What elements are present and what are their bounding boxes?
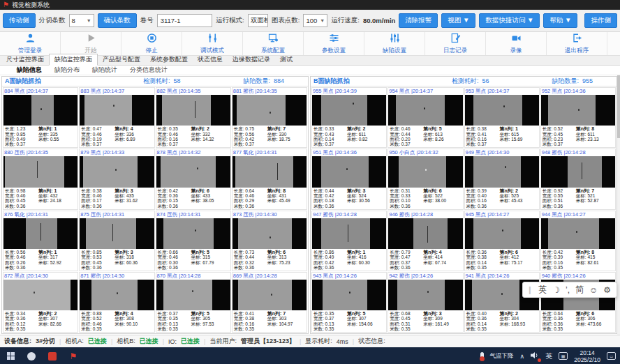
ime-drag-handle[interactable]: ❙: [526, 285, 533, 294]
tray-expand-chevron[interactable]: ∧: [520, 353, 525, 360]
defect-cell[interactable]: 870 黑点 |20:14:28长度: 0.37宽度: 0.35面积: 0.13…: [156, 272, 231, 333]
weather-text[interactable]: 气温下降: [490, 352, 514, 361]
toolbar-button-label: 日志记录: [443, 47, 467, 55]
defect-cell[interactable]: 879 黑点 |20:14:33长度: 0.38宽度: 0.46面积: 0.17…: [79, 149, 154, 209]
defect-cell[interactable]: 882 黑点 |20:14:35长度: 0.35宽度: 0.46面积: 0.16…: [156, 87, 231, 148]
defect-cell[interactable]: 881 擦伤 |20:14:35长度: 0.75宽度: 0.56面积: 0.42…: [232, 87, 307, 148]
defect-cell[interactable]: 880 压伤 |20:14:35长度: 0.98宽度: 0.46面积: 0.45…: [3, 149, 78, 209]
ime-settings-icon[interactable]: ⚙: [603, 285, 611, 295]
chart-points-select[interactable]: 100▼: [303, 14, 327, 27]
toolbar-button-play[interactable]: 开始: [61, 32, 121, 55]
drive-side-button[interactable]: 传动侧: [3, 13, 36, 28]
defect-cell[interactable]: 871 擦伤 |20:14:30长度: 0.88宽度: 0.52面积: 0.46…: [79, 272, 154, 333]
defect-cell[interactable]: 943 黑点 |20:14:26长度: 0.35宽度: 0.37面积: 0.13…: [311, 272, 387, 333]
defect-attr: 第n列: 1: [38, 250, 76, 255]
taskbar-clock[interactable]: 20:14 2025/2/10: [574, 349, 600, 363]
tab-3[interactable]: 系统参数配置: [145, 54, 193, 65]
defect-cell[interactable]: 953 黑点 |20:14:37长度: 0.38宽度: 0.41面积: 0.16…: [464, 87, 540, 148]
defect-cell[interactable]: 948 擦伤 |20:14:28长度: 0.92宽度: 0.55面积: 0.51…: [540, 149, 616, 209]
view-menu-button[interactable]: 视图 ▼: [441, 13, 475, 28]
toolbar-button-exit[interactable]: 退出程序: [547, 32, 607, 55]
tab-6[interactable]: 测试: [275, 54, 297, 65]
ime-keyboard-icon[interactable]: ▦: [559, 352, 568, 360]
defect-cell[interactable]: 950 小白点 |20:14:32长度: 0.31宽度: 0.33面积: 0.1…: [388, 149, 463, 209]
defect-info: 长度: 0.33宽度: 0.43面积: 0.14米数: 0.37第n列: 2坐标…: [312, 126, 386, 147]
defect-cell[interactable]: 878 黑点 |20:14:32长度: 0.42宽度: 0.36面积: 0.15…: [156, 149, 231, 209]
clear-alarm-button[interactable]: 清除报警: [399, 13, 438, 28]
defect-cell[interactable]: 955 黑点 |20:14:39长度: 0.33宽度: 0.43面积: 0.14…: [311, 87, 387, 148]
defect-attr: 长度: 0.73: [234, 250, 267, 255]
defect-cell[interactable]: 869 黑点 |20:14:28长度: 0.41宽度: 0.38面积: 0.16…: [232, 272, 307, 333]
tab-2[interactable]: 产品型号配置: [98, 54, 145, 65]
volume-icon[interactable]: [531, 351, 539, 361]
ime-punct[interactable]: ’,: [566, 285, 570, 295]
confirm-count-button[interactable]: 确认条数: [98, 13, 137, 28]
defect-cell[interactable]: 942 擦伤 |20:14:26长度: 0.68宽度: 0.45面积: 0.31…: [388, 272, 463, 333]
defect-attr: 坐标: 318: [115, 255, 152, 259]
defect-grid-a: 884 黑点 |20:14:37长度: 1.23宽度: 0.85面积: 0.49…: [2, 86, 308, 333]
ime-simplified[interactable]: 简: [575, 284, 584, 296]
ime-emoji-icon[interactable]: ☺: [589, 285, 598, 295]
ime-moon-icon[interactable]: ☽: [552, 285, 560, 295]
defect-cell[interactable]: 874 压伤 |20:14:31长度: 0.66宽度: 0.46面积: 0.30…: [156, 211, 231, 271]
subtab-0[interactable]: 缺陷信息: [17, 66, 42, 75]
defect-icon: [390, 33, 400, 46]
touch-keyboard-icon[interactable]: ▭: [607, 352, 616, 360]
taskbar-app-window[interactable]: [21, 347, 42, 364]
defect-cell[interactable]: 941 黑点 |20:14:26长度: 0.40宽度: 0.36面积: 0.14…: [464, 272, 540, 333]
defect-attr: 宽度: 0.85: [5, 132, 38, 137]
taskbar-app-red[interactable]: [42, 347, 63, 364]
defect-info: 长度: 0.66宽度: 0.46面积: 0.30米数: 0.36第n列: 5坐标…: [156, 249, 230, 271]
scrollbar[interactable]: [617, 75, 620, 335]
subtab-1[interactable]: 缺陷分布: [54, 66, 80, 75]
tab-0[interactable]: 尺寸监控界面: [1, 54, 49, 65]
toolbar-button-debug[interactable]: 调试模式: [182, 32, 243, 55]
scrollbar-thumb[interactable]: [617, 75, 620, 138]
defect-cell[interactable]: 884 黑点 |20:14:37长度: 1.23宽度: 0.85面积: 0.49…: [3, 87, 78, 148]
defect-cell[interactable]: 951 黑点 |20:14:36长度: 0.44宽度: 0.42面积: 0.18…: [311, 149, 387, 209]
toolbar-button-defect[interactable]: 缺陷设置: [364, 32, 425, 55]
data-quick-access-button[interactable]: 数据快捷访问 ▼: [479, 13, 540, 28]
defect-cell[interactable]: 954 黑点 |20:14:37长度: 0.46宽度: 0.44面积: 0.20…: [388, 87, 463, 148]
taskbar-app-inspect[interactable]: ⚑: [63, 347, 84, 364]
defect-cell[interactable]: 873 压伤 |20:14:30长度: 0.73宽度: 0.44面积: 0.32…: [232, 211, 307, 271]
subtab-3[interactable]: 分类信息统计: [130, 66, 168, 75]
toolbar-button-params[interactable]: 参数设置: [304, 32, 364, 55]
toolbar-button-user[interactable]: 管理登录: [0, 32, 61, 55]
operator-side-button[interactable]: 操作侧: [584, 13, 617, 28]
run-mode-select[interactable]: 双面检测▼: [248, 14, 268, 27]
defect-cell[interactable]: 945 黑点 |20:14:27长度: 0.36宽度: 0.38面积: 0.14…: [464, 211, 540, 271]
defect-cell[interactable]: 949 黑点 |20:14:30长度: 0.39宽度: 0.40面积: 0.16…: [464, 149, 540, 209]
help-menu-button[interactable]: 帮助 ▼: [543, 13, 577, 28]
defect-cell[interactable]: 946 擦伤 |20:14:28长度: 0.79宽度: 0.47面积: 0.37…: [388, 211, 463, 271]
defect-cell[interactable]: 952 黑点 |20:14:36长度: 0.52宽度: 0.45面积: 0.23…: [540, 87, 616, 148]
defect-attr: 米数: 0.35: [313, 326, 347, 331]
defect-cell[interactable]: 947 擦伤 |20:14:28长度: 0.86宽度: 0.49面积: 0.42…: [311, 211, 387, 271]
start-button[interactable]: [0, 347, 21, 364]
defect-image: [80, 156, 154, 187]
defect-attr: 长度: 0.86: [313, 250, 347, 255]
defect-cell[interactable]: 944 黑点 |20:14:27长度: 0.42宽度: 0.39面积: 0.16…: [540, 211, 616, 271]
defect-cell[interactable]: 876 氧化 |20:14:31长度: 0.56宽度: 0.46面积: 0.26…: [3, 211, 78, 271]
defect-attr: 面积: 0.13: [158, 321, 191, 326]
language-indicator[interactable]: 英: [545, 351, 552, 361]
defect-image: [312, 218, 386, 249]
toolbar-button-record[interactable]: 录像: [486, 32, 547, 55]
ime-lang[interactable]: 英: [538, 284, 547, 296]
toolbar-button-system[interactable]: 系统配置: [243, 32, 304, 55]
defect-cell[interactable]: 940 擦伤 |20:14:26长度: 0.64宽度: 0.36面积: 0.36…: [540, 272, 616, 333]
defect-cell[interactable]: 875 压伤 |20:14:31长度: 0.85宽度: 0.53面积: 0.45…: [79, 211, 154, 271]
slit-count-select[interactable]: 8▼: [69, 14, 94, 27]
defect-attr: 面积: 0.16: [542, 260, 576, 265]
defect-cell[interactable]: 877 氧化 |20:14:31长度: 0.64宽度: 0.46面积: 0.29…: [232, 149, 307, 209]
tab-1[interactable]: 缺陷监控界面: [49, 54, 98, 66]
tab-5[interactable]: 边缘数据记录: [228, 54, 275, 65]
toolbar-button-stop[interactable]: 停止: [121, 32, 182, 55]
toolbar-button-log[interactable]: 日志记录: [425, 32, 486, 55]
defect-cell[interactable]: 883 黑点 |20:14:37长度: 0.47宽度: 0.46面积: 0.19…: [79, 87, 154, 148]
roll-number-input[interactable]: 3117-1: [157, 14, 212, 27]
subtab-2[interactable]: 缺陷统计: [92, 66, 117, 75]
defect-cell[interactable]: 872 黑点 |20:14:30长度: 0.34宽度: 0.36面积: 0.12…: [3, 272, 78, 333]
tab-4[interactable]: 状态信息: [193, 54, 228, 65]
clock-time: 20:14: [580, 349, 594, 356]
